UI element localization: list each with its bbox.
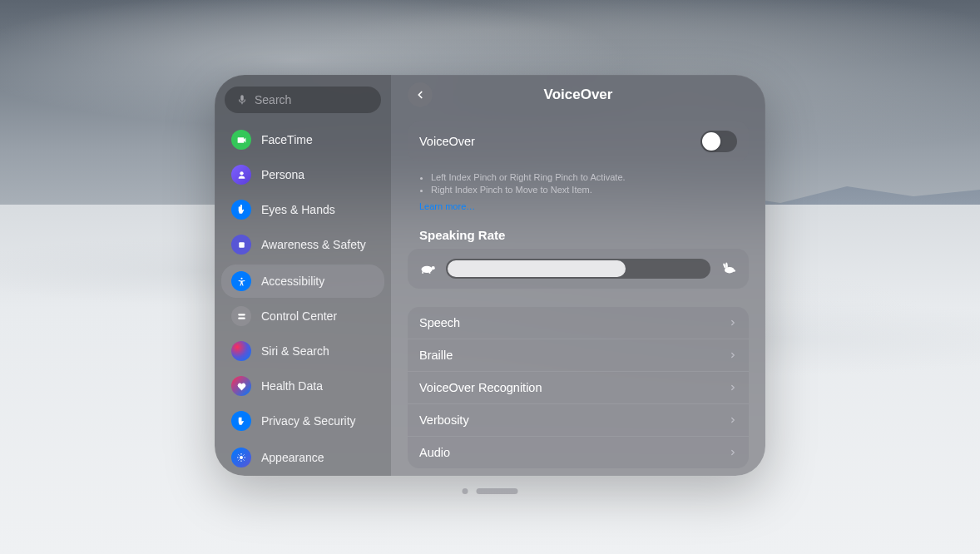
row-label: Verbosity bbox=[419, 413, 469, 427]
sidebar-item-persona[interactable]: Persona bbox=[221, 158, 384, 191]
persona-icon bbox=[231, 165, 251, 185]
search-box[interactable] bbox=[225, 87, 381, 113]
rabbit-icon bbox=[720, 262, 737, 275]
speaking-rate-slider-row bbox=[408, 249, 749, 289]
chevron-left-icon bbox=[414, 89, 426, 101]
turtle-icon bbox=[419, 262, 436, 275]
sidebar-item-siri-search[interactable]: Siri & Search bbox=[221, 334, 384, 368]
speaking-rate-title: Speaking Rate bbox=[408, 213, 749, 249]
chevron-right-icon bbox=[729, 415, 737, 425]
svg-point-2 bbox=[240, 277, 242, 279]
search-input[interactable] bbox=[255, 93, 369, 106]
svg-point-7 bbox=[432, 266, 435, 270]
health-icon bbox=[231, 376, 251, 396]
settings-window: FaceTime Persona Eyes & Hands Awareness … bbox=[215, 75, 765, 476]
svg-point-0 bbox=[240, 171, 243, 175]
sidebar-item-label: Privacy & Security bbox=[261, 414, 356, 428]
sidebar-item-facetime[interactable]: FaceTime bbox=[221, 123, 384, 156]
sidebar-item-label: Accessibility bbox=[261, 275, 324, 288]
voiceover-toggle-group: VoiceOver bbox=[408, 121, 749, 161]
hint-text: Right Index Pinch to Move to Next Item. bbox=[431, 184, 737, 196]
voiceover-toggle-row: VoiceOver bbox=[408, 121, 749, 161]
back-button[interactable] bbox=[408, 82, 433, 107]
sidebar: FaceTime Persona Eyes & Hands Awareness … bbox=[215, 75, 391, 476]
slider-fill bbox=[448, 260, 626, 277]
facetime-icon bbox=[231, 130, 251, 150]
accessibility-icon bbox=[231, 271, 251, 291]
row-label: VoiceOver Recognition bbox=[419, 381, 542, 394]
microphone-icon bbox=[236, 94, 248, 106]
svg-point-5 bbox=[240, 456, 243, 459]
siri-icon bbox=[231, 341, 251, 361]
braille-row[interactable]: Braille bbox=[408, 339, 749, 371]
voiceover-options-group: Speech Braille VoiceOver Recognition Ver… bbox=[408, 307, 749, 468]
voiceover-toggle-label: VoiceOver bbox=[419, 135, 475, 148]
row-label: Audio bbox=[419, 446, 450, 459]
verbosity-row[interactable]: Verbosity bbox=[408, 403, 749, 436]
svg-rect-4 bbox=[238, 317, 245, 319]
chevron-right-icon bbox=[729, 448, 737, 458]
svg-rect-3 bbox=[238, 314, 245, 315]
sidebar-item-health-data[interactable]: Health Data bbox=[221, 369, 384, 403]
sidebar-item-label: Persona bbox=[261, 168, 304, 181]
chevron-right-icon bbox=[729, 383, 737, 393]
content-pane: VoiceOver VoiceOver Left Index Pinch or … bbox=[391, 75, 765, 476]
awareness-icon bbox=[231, 235, 251, 255]
sidebar-item-label: Control Center bbox=[261, 309, 337, 323]
sidebar-item-accessibility[interactable]: Accessibility bbox=[221, 265, 384, 298]
voiceover-recognition-row[interactable]: VoiceOver Recognition bbox=[408, 371, 749, 403]
page-pill bbox=[477, 488, 518, 494]
sidebar-item-eyes-hands[interactable]: Eyes & Hands bbox=[221, 193, 384, 226]
page-indicator[interactable] bbox=[463, 488, 518, 494]
page-dot bbox=[463, 488, 468, 494]
content-header: VoiceOver bbox=[408, 87, 749, 103]
voiceover-hints: Left Index Pinch or Right Ring Pinch to … bbox=[408, 168, 749, 196]
svg-point-13 bbox=[733, 270, 735, 272]
sidebar-item-label: Siri & Search bbox=[261, 344, 329, 358]
sidebar-item-label: FaceTime bbox=[261, 133, 313, 146]
hand-icon bbox=[231, 200, 251, 220]
svg-rect-9 bbox=[429, 271, 431, 274]
hand-privacy-icon bbox=[231, 411, 251, 431]
row-label: Speech bbox=[419, 316, 460, 329]
sidebar-item-label: Appearance bbox=[261, 451, 324, 464]
page-title: VoiceOver bbox=[544, 87, 613, 103]
audio-row[interactable]: Audio bbox=[408, 436, 749, 468]
sidebar-item-control-center[interactable]: Control Center bbox=[221, 299, 384, 333]
sidebar-item-label: Health Data bbox=[261, 379, 323, 393]
speech-row[interactable]: Speech bbox=[408, 307, 749, 339]
row-label: Braille bbox=[419, 349, 453, 362]
speaking-rate-slider[interactable] bbox=[446, 259, 710, 279]
control-center-icon bbox=[231, 306, 251, 326]
sidebar-item-label: Awareness & Safety bbox=[261, 238, 366, 251]
chevron-right-icon bbox=[729, 350, 737, 360]
appearance-icon bbox=[231, 448, 251, 467]
voiceover-toggle[interactable] bbox=[700, 131, 737, 152]
sidebar-item-privacy-security[interactable]: Privacy & Security bbox=[221, 404, 384, 438]
svg-rect-8 bbox=[422, 271, 423, 274]
svg-rect-1 bbox=[239, 242, 245, 248]
hint-text: Left Index Pinch or Right Ring Pinch to … bbox=[431, 171, 737, 184]
chevron-right-icon bbox=[729, 318, 737, 328]
speaking-rate-group bbox=[408, 249, 749, 289]
sidebar-item-appearance[interactable]: Appearance bbox=[221, 441, 384, 474]
learn-more-link[interactable]: Learn more… bbox=[408, 201, 475, 211]
sidebar-item-awareness-safety[interactable]: Awareness & Safety bbox=[221, 228, 384, 261]
sidebar-item-label: Eyes & Hands bbox=[261, 203, 335, 216]
toggle-knob bbox=[702, 132, 720, 151]
svg-point-10 bbox=[725, 267, 735, 274]
